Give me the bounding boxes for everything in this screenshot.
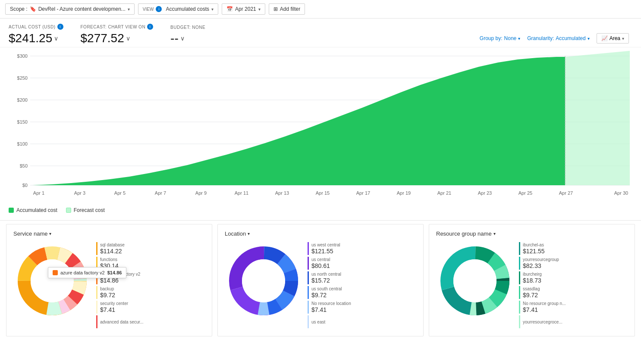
chart-type-button[interactable]: 📈 Area ▾ — [597, 33, 629, 44]
svg-point-39 — [31, 259, 74, 302]
budget-chevron-icon[interactable]: ∨ — [180, 35, 185, 42]
service-donut-wrapper: azure data factory v2 $14.86 — [13, 242, 91, 321]
service-donut-chart — [13, 242, 91, 320]
service-bar-4 — [96, 286, 97, 299]
period-value: Apr 2021 — [235, 6, 256, 12]
list-item: iburchel-as $121.55 — [519, 242, 628, 255]
period-button[interactable]: 📅 Apr 2021 ▾ — [222, 3, 265, 15]
granularity-dropdown[interactable]: Granularity: Accumulated ▾ — [527, 35, 589, 41]
tooltip-label: azure data factory v2 — [60, 270, 105, 275]
legend-forecast-label: Forecast cost — [74, 207, 105, 213]
group-by-value: None — [504, 35, 517, 41]
legend-forecast: Forecast cost — [66, 207, 105, 213]
svg-text:$150: $150 — [17, 119, 28, 124]
resource-donut-wrapper — [436, 242, 514, 321]
granularity-label: Granularity: — [527, 35, 554, 41]
group-by-chevron-icon: ▾ — [518, 36, 520, 41]
list-item: us central $80.61 — [308, 257, 416, 270]
svg-text:Apr 3: Apr 3 — [74, 190, 85, 196]
svg-text:$100: $100 — [17, 141, 28, 146]
budget-kpi: BUDGET: NONE -- ∨ — [170, 25, 205, 45]
view-label: VIEW — [143, 7, 154, 12]
forecast-area — [565, 51, 630, 185]
view-chevron-icon: ▾ — [211, 7, 214, 12]
service-panel: Service name ▾ — [6, 224, 212, 336]
service-panel-chevron-icon: ▾ — [49, 231, 51, 236]
actual-cost-chevron-icon[interactable]: ∨ — [54, 35, 58, 42]
scope-chevron-icon: ▾ — [128, 7, 130, 12]
resource-bar-1 — [519, 242, 520, 255]
group-by-dropdown[interactable]: Group by: None ▾ — [480, 35, 520, 41]
resource-panel: Resource group name ▾ — [429, 224, 635, 336]
svg-text:Apr 1: Apr 1 — [33, 190, 44, 196]
chart-type-icon: 📈 — [601, 35, 608, 41]
service-bar-5 — [96, 301, 97, 314]
list-item: us north central $15.72 — [308, 271, 416, 284]
scope-icon: 🔖 — [30, 6, 36, 12]
svg-text:Apr 25: Apr 25 — [518, 190, 532, 196]
legend-accumulated: Accumulated cost — [9, 207, 57, 213]
group-by-label: Group by: — [480, 35, 503, 41]
service-bar-1 — [96, 242, 97, 255]
add-filter-button[interactable]: ⊞ Add filter — [269, 3, 305, 15]
chart-svg: $300 $250 $200 $150 $100 $50 $0 Apr 1 Ap… — [9, 47, 632, 202]
resource-legend-list: iburchel-as $121.55 yourresourcegroup $8… — [519, 242, 628, 330]
resource-bar-3 — [519, 271, 520, 284]
location-bar-6 — [308, 315, 309, 328]
svg-text:Apr 21: Apr 21 — [437, 190, 451, 196]
list-item: us west central $121.55 — [308, 242, 416, 255]
svg-point-54 — [453, 259, 496, 302]
forecast-cost-label: FORECAST: CHART VIEW ON — [81, 25, 146, 29]
svg-text:Apr 23: Apr 23 — [478, 190, 492, 196]
location-bar-3 — [308, 271, 309, 284]
list-item: ssasdlag $9.72 — [519, 286, 628, 299]
svg-text:$50: $50 — [20, 163, 28, 168]
resource-panel-title-label: Resource group name — [436, 230, 492, 237]
tooltip-value: $14.86 — [107, 270, 122, 275]
legend-forecast-dot — [66, 208, 71, 213]
location-bar-5 — [308, 301, 309, 314]
legend-accumulated-dot — [9, 208, 14, 213]
view-button[interactable]: VIEW i Accumulated costs ▾ — [138, 3, 218, 15]
location-bar-2 — [308, 257, 309, 270]
list-item: security center $7.41 — [96, 301, 205, 314]
list-item: No resource location $7.41 — [308, 301, 416, 314]
scope-label: Scope : — [10, 6, 28, 12]
actual-cost-value: $241.25 — [9, 31, 52, 45]
legend-accumulated-label: Accumulated cost — [16, 207, 57, 213]
svg-text:Apr 13: Apr 13 — [275, 190, 289, 196]
forecast-cost-chevron-icon[interactable]: ∨ — [126, 35, 130, 42]
resource-donut-chart — [436, 242, 514, 320]
tooltip-color-dot — [53, 270, 58, 275]
panels-row: Service name ▾ — [0, 220, 641, 340]
svg-point-46 — [242, 259, 285, 302]
forecast-cost-value: $277.52 — [81, 31, 124, 45]
chart-type-label: Area — [610, 35, 620, 41]
forecast-cost-info-icon[interactable]: i — [147, 24, 153, 30]
svg-text:$250: $250 — [17, 75, 28, 81]
resource-bar-6 — [519, 315, 520, 328]
info-icon[interactable]: i — [156, 6, 162, 12]
service-panel-title[interactable]: Service name ▾ — [13, 230, 205, 237]
service-panel-title-label: Service name — [13, 230, 47, 237]
forecast-cost-kpi: FORECAST: CHART VIEW ON i $277.52 ∨ — [81, 24, 154, 45]
svg-text:$300: $300 — [17, 53, 28, 59]
svg-text:Apr 11: Apr 11 — [235, 190, 248, 196]
resource-bar-4 — [519, 286, 520, 299]
granularity-chevron-icon: ▾ — [588, 36, 590, 41]
granularity-value: Accumulated — [556, 35, 585, 41]
location-bar-4 — [308, 286, 309, 299]
view-value: Accumulated costs — [166, 6, 209, 12]
location-panel: Location ▾ us west centra — [217, 224, 424, 336]
service-legend-list: sql database $114.22 functions $30.14 az… — [96, 242, 205, 330]
svg-text:Apr 19: Apr 19 — [397, 190, 411, 196]
location-legend-list: us west central $121.55 us central $80.6… — [308, 242, 416, 330]
scope-button[interactable]: Scope : 🔖 DevRel - Azure content develop… — [5, 3, 135, 15]
resource-panel-title[interactable]: Resource group name ▾ — [436, 230, 628, 237]
svg-text:Apr 30: Apr 30 — [614, 190, 628, 196]
actual-cost-info-icon[interactable]: i — [57, 24, 63, 30]
svg-text:Apr 5: Apr 5 — [114, 190, 126, 196]
add-filter-label: Add filter — [280, 6, 300, 12]
location-panel-title[interactable]: Location ▾ — [225, 230, 416, 237]
svg-text:Apr 17: Apr 17 — [356, 190, 370, 196]
